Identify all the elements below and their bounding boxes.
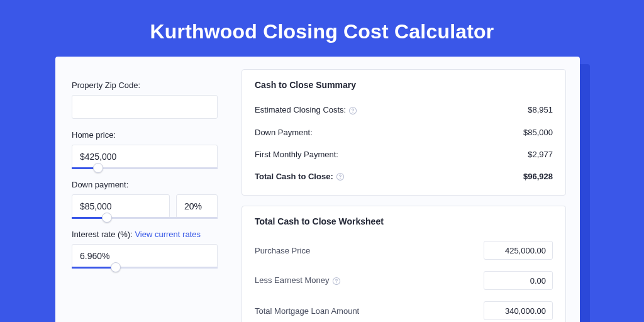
- interest-rate-input[interactable]: [72, 244, 218, 268]
- summary-row-label: Estimated Closing Costs:: [255, 105, 357, 115]
- view-rates-link[interactable]: View current rates: [135, 230, 201, 239]
- summary-card: Cash to Close Summary Estimated Closing …: [242, 69, 566, 196]
- calculator-card: Property Zip Code: Home price: Down paym…: [55, 57, 580, 322]
- svg-point-5: [336, 282, 336, 283]
- slider-thumb[interactable]: [111, 262, 121, 272]
- summary-row-value: $8,951: [528, 105, 553, 114]
- home-price-label: Home price:: [72, 130, 218, 140]
- worksheet-rows: Purchase PriceLess Earnest MoneyTotal Mo…: [255, 235, 553, 322]
- page-title: Kurthwood Closing Cost Calculator: [0, 0, 644, 43]
- help-icon[interactable]: [336, 172, 345, 181]
- summary-heading: Cash to Close Summary: [255, 80, 553, 90]
- worksheet-row-label: Purchase Price: [255, 246, 310, 255]
- worksheet-value-input[interactable]: [484, 241, 553, 260]
- summary-row: Total Cash to Close:$96,928: [255, 165, 553, 188]
- slider-thumb[interactable]: [93, 163, 103, 173]
- worksheet-value-input[interactable]: [484, 301, 553, 320]
- inputs-panel: Property Zip Code: Home price: Down paym…: [55, 57, 231, 322]
- svg-point-3: [340, 178, 340, 179]
- results-panel: Cash to Close Summary Estimated Closing …: [231, 57, 580, 322]
- down-payment-label: Down payment:: [72, 180, 218, 189]
- help-icon[interactable]: [348, 106, 357, 115]
- summary-row-label: Down Payment:: [255, 128, 313, 137]
- app-root: Kurthwood Closing Cost Calculator Proper…: [0, 0, 644, 322]
- down-payment-input[interactable]: [72, 194, 170, 218]
- summary-row-value: $2,977: [528, 150, 553, 159]
- zip-input[interactable]: [72, 95, 218, 119]
- help-icon[interactable]: [332, 277, 341, 286]
- summary-row-label: First Monthly Payment:: [255, 150, 338, 159]
- summary-row: Estimated Closing Costs:$8,951: [255, 99, 553, 121]
- summary-row: First Monthly Payment:$2,977: [255, 143, 553, 165]
- down-payment-pct-input[interactable]: [176, 194, 218, 218]
- svg-point-1: [353, 111, 353, 112]
- interest-rate-label: Interest rate (%): View current rates: [72, 230, 218, 239]
- worksheet-row: Purchase Price: [255, 235, 553, 265]
- interest-rate-label-text: Interest rate (%):: [72, 230, 135, 239]
- summary-row-value: $85,000: [523, 128, 553, 137]
- worksheet-row: Less Earnest Money: [255, 265, 553, 296]
- slider-thumb[interactable]: [102, 213, 112, 223]
- worksheet-row: Total Mortgage Loan Amount: [255, 296, 553, 322]
- zip-label: Property Zip Code:: [72, 80, 218, 90]
- summary-row-label: Total Cash to Close:: [255, 172, 345, 182]
- worksheet-row-label: Less Earnest Money: [255, 275, 341, 286]
- worksheet-card: Total Cash to Close Worksheet Purchase P…: [242, 206, 566, 322]
- worksheet-heading: Total Cash to Close Worksheet: [255, 216, 553, 226]
- worksheet-value-input[interactable]: [484, 271, 553, 290]
- worksheet-row-label: Total Mortgage Loan Amount: [255, 306, 359, 316]
- summary-row: Down Payment:$85,000: [255, 121, 553, 143]
- summary-rows: Estimated Closing Costs:$8,951Down Payme…: [255, 99, 553, 187]
- summary-row-value: $96,928: [523, 172, 553, 181]
